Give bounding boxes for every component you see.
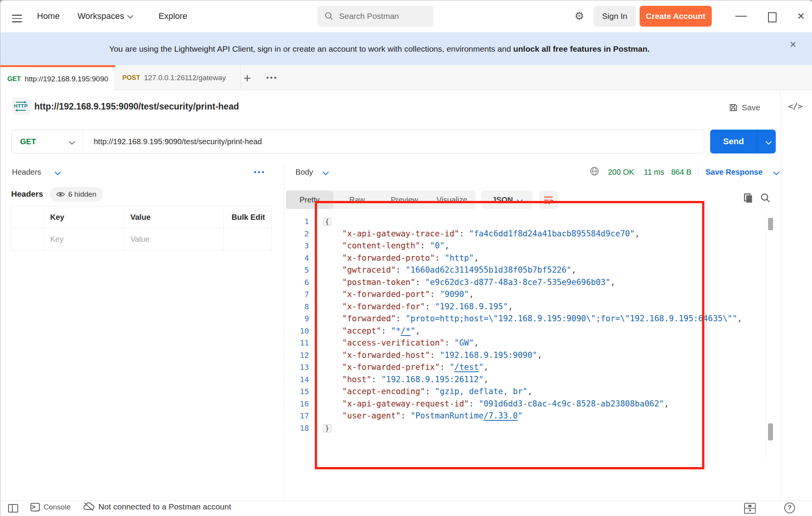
- view-tab-pretty[interactable]: Pretty: [286, 191, 333, 209]
- value-input[interactable]: Value: [123, 228, 224, 250]
- line-number: 8: [286, 301, 309, 313]
- code-content: "x-forwarded-for": "192.168.9.195",: [323, 301, 513, 313]
- split-pane-icon[interactable]: [744, 503, 756, 514]
- save-response-button[interactable]: Save Response: [706, 168, 763, 177]
- window-close-button[interactable]: ×: [797, 9, 805, 23]
- chevron-down-icon[interactable]: [773, 169, 780, 175]
- tab-get-request[interactable]: GET http://192.168.9.195:9090: [0, 65, 115, 91]
- pane-divider[interactable]: [284, 164, 284, 501]
- code-content: "host": "192.168.9.195:26112",: [323, 374, 488, 386]
- console-button[interactable]: >_ Console: [30, 503, 71, 511]
- method-selector[interactable]: GET: [12, 130, 83, 153]
- hamburger-menu-icon[interactable]: [12, 12, 22, 20]
- wrap-lines-button[interactable]: [539, 191, 558, 209]
- code-line: 18}: [286, 422, 764, 435]
- send-options-dropdown[interactable]: [757, 130, 776, 153]
- code-line: 9"forwarded": "proto=http;host=\"192.168…: [286, 313, 764, 325]
- eye-icon: [56, 191, 65, 197]
- tab-options-icon[interactable]: [267, 77, 276, 79]
- code-line: 4"x-forwarded-proto": "http",: [286, 252, 764, 265]
- headers-section-dropdown[interactable]: Headers: [12, 168, 41, 177]
- http-request-icon: HTTP: [12, 97, 30, 115]
- headers-more-options-icon[interactable]: [254, 171, 264, 173]
- view-tab-visualize[interactable]: Visualize: [428, 191, 476, 209]
- code-content: "x-forwarded-proto": "http",: [323, 252, 479, 265]
- response-view-tabs: Pretty Raw Preview Visualize: [286, 191, 476, 209]
- code-line: 14"host": "192.168.9.195:26112",: [286, 374, 764, 386]
- column-key: Key: [43, 206, 123, 228]
- tab-method-badge: GET: [7, 75, 21, 83]
- search-placeholder: Search Postman: [339, 12, 399, 21]
- view-tab-raw[interactable]: Raw: [333, 191, 381, 209]
- nav-explore[interactable]: Explore: [159, 11, 187, 21]
- line-number: 6: [286, 277, 309, 289]
- request-title: http://192.168.9.195:9090/test/security/…: [34, 101, 239, 112]
- code-line: 12"x-forwarded-host": "192.168.9.195:909…: [286, 349, 764, 362]
- code-snippet-icon[interactable]: </>: [788, 101, 802, 111]
- code-line: 13"x-forwarded-prefix": "/test",: [286, 361, 764, 374]
- tab-title: http://192.168.9.195:9090: [25, 75, 108, 83]
- key-input[interactable]: Key: [43, 228, 123, 250]
- sign-in-button[interactable]: Sign In: [594, 6, 636, 27]
- send-button[interactable]: Send: [710, 130, 776, 153]
- new-tab-button[interactable]: +: [243, 71, 251, 86]
- banner-close-icon[interactable]: ×: [790, 38, 797, 51]
- window-minimize-button[interactable]: —: [735, 9, 747, 22]
- chevron-down-icon[interactable]: [55, 169, 61, 175]
- nav-home[interactable]: Home: [37, 11, 60, 21]
- detected-link[interactable]: /test: [454, 363, 479, 372]
- nav-workspaces[interactable]: Workspaces: [78, 11, 132, 21]
- code-content: "user-agent": "PostmanRuntime/7.33.0": [323, 410, 523, 422]
- line-number: 12: [286, 349, 309, 362]
- code-content: "x-api-gateway-trace-id": "fa4c6dd1f8d24…: [323, 228, 640, 240]
- line-number: 14: [286, 374, 309, 386]
- tab-post-request[interactable]: POST 127.0.0.1:26112/gateway: [115, 65, 241, 90]
- line-number: 15: [286, 386, 309, 398]
- chevron-down-icon[interactable]: [323, 169, 329, 175]
- floppy-save-icon: [729, 103, 738, 112]
- save-button[interactable]: Save: [729, 100, 769, 115]
- format-selector[interactable]: JSON: [481, 191, 532, 209]
- scrollbar-thumb[interactable]: [768, 218, 773, 230]
- body-section-dropdown[interactable]: Body: [295, 168, 313, 177]
- gear-icon[interactable]: ⚙: [574, 10, 584, 22]
- code-line: 15"accept-encoding": "gzip, deflate, br"…: [286, 386, 764, 398]
- code-content: }: [323, 422, 331, 435]
- sidebar-toggle-icon[interactable]: [8, 504, 18, 513]
- code-content: "access-verification": "GW",: [323, 337, 479, 349]
- line-number: 18: [286, 422, 309, 435]
- network-globe-icon[interactable]: [589, 166, 599, 176]
- help-icon[interactable]: ?: [784, 503, 795, 513]
- hidden-headers-badge[interactable]: 6 hidden: [50, 187, 103, 202]
- response-size-badge[interactable]: 864 B: [671, 168, 691, 177]
- detected-link[interactable]: /*: [401, 326, 410, 336]
- create-account-button[interactable]: Create Account: [640, 6, 712, 27]
- line-number: 17: [286, 410, 309, 422]
- headers-table: Key Value Bulk Edit Key Value: [11, 206, 272, 251]
- chevron-down-icon: [69, 138, 75, 145]
- scrollbar-thumb[interactable]: [768, 423, 773, 440]
- code-content: "accept": "*/*",: [323, 325, 420, 337]
- tab-title: 127.0.0.1:26112/gateway: [144, 74, 226, 82]
- connection-status[interactable]: Not connected to a Postman account: [83, 502, 231, 511]
- code-line: 16"x-api-gateway-request-id": "091d6dd3-…: [286, 398, 764, 410]
- code-content: "x-forwarded-host": "192.168.9.195:9090"…: [323, 349, 542, 362]
- search-response-icon[interactable]: [760, 193, 771, 203]
- detected-link[interactable]: /7.33.0: [484, 411, 518, 420]
- search-input[interactable]: Search Postman: [317, 6, 434, 27]
- code-line: 8"x-forwarded-for": "192.168.9.195",: [286, 301, 764, 313]
- code-content: "x-forwarded-prefix": "/test",: [323, 361, 488, 374]
- code-content: "x-forwarded-port": "9090",: [323, 288, 474, 301]
- view-tab-preview[interactable]: Preview: [381, 191, 428, 209]
- chevron-down-icon: [765, 138, 771, 145]
- response-status-badge[interactable]: 200 OK: [608, 168, 634, 177]
- bulk-edit-button[interactable]: Bulk Edit: [224, 206, 271, 228]
- url-bar: GET http://192.168.9.195:9090/test/secur…: [11, 130, 704, 153]
- code-line: 17"user-agent": "PostmanRuntime/7.33.0": [286, 410, 764, 422]
- url-input[interactable]: http://192.168.9.195:9090/test/security/…: [83, 137, 704, 146]
- window-maximize-button[interactable]: [768, 12, 777, 22]
- response-body-editor[interactable]: 1{2"x-api-gateway-trace-id": "fa4c6dd1f8…: [286, 216, 764, 434]
- line-number: 10: [286, 325, 309, 337]
- response-time-badge[interactable]: 11 ms: [644, 168, 664, 177]
- copy-response-icon[interactable]: [743, 193, 753, 204]
